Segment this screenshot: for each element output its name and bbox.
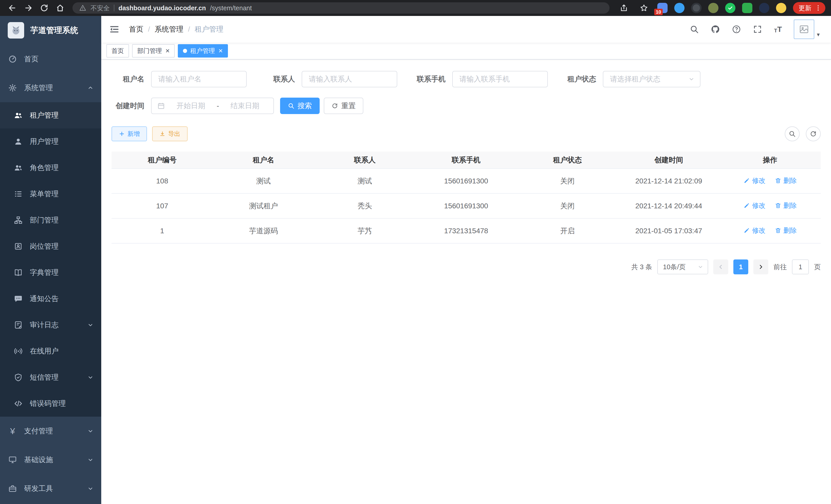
sidebar-item-sms[interactable]: 短信管理: [0, 364, 101, 390]
extension-icon[interactable]: [708, 3, 718, 13]
tab-label: 部门管理: [137, 47, 162, 55]
sidebar-item-system[interactable]: 系统管理: [0, 73, 101, 102]
tab-home[interactable]: 首页: [106, 44, 129, 58]
reset-button[interactable]: 重置: [324, 98, 363, 114]
tab-tenant[interactable]: 租户管理 ×: [178, 44, 228, 58]
github-icon[interactable]: [711, 25, 720, 34]
sidebar-item-post[interactable]: 岗位管理: [0, 233, 101, 260]
search-button[interactable]: 搜索: [280, 98, 320, 114]
tenant-name-input[interactable]: [151, 71, 247, 87]
sidebar-item-dev-tools[interactable]: 研发工具: [0, 474, 101, 503]
page-content: 租户名 联系人 联系手机 租户状态 请选择租户状态: [101, 60, 831, 504]
app-logo-row[interactable]: 芋道管理系统: [0, 16, 101, 45]
download-icon: [159, 131, 166, 137]
sidebar-item-notice[interactable]: 通知公告: [0, 286, 101, 312]
date-range-separator: -: [217, 102, 219, 110]
security-warning-icon: [79, 4, 86, 11]
edit-link[interactable]: 修改: [743, 176, 766, 185]
add-button[interactable]: 新增: [112, 126, 147, 141]
sidebar-item-error-code[interactable]: 错误码管理: [0, 390, 101, 417]
delete-link[interactable]: 删除: [775, 201, 797, 210]
column-header: 租户状态: [517, 152, 618, 169]
sidebar-item-tenant[interactable]: 租户管理: [0, 102, 101, 128]
search-icon[interactable]: [690, 25, 699, 34]
tab-close-icon[interactable]: ×: [166, 47, 170, 55]
font-size-icon[interactable]: TT: [774, 25, 782, 33]
breadcrumb-item[interactable]: 系统管理: [155, 24, 183, 34]
extension-icon[interactable]: [691, 3, 701, 13]
fullscreen-icon[interactable]: [753, 25, 762, 34]
extension-icon[interactable]: [742, 3, 752, 13]
column-header: 创建时间: [618, 152, 719, 169]
sidebar: 芋道管理系统 首页 系统管理: [0, 16, 101, 504]
column-header: 操作: [719, 152, 821, 169]
extension-icon[interactable]: [776, 3, 786, 13]
menu-label: 短信管理: [30, 373, 59, 382]
mobile-input[interactable]: [452, 71, 548, 87]
extension-icon[interactable]: [759, 3, 769, 13]
column-header: 联系人: [314, 152, 416, 169]
log-edit-icon: [13, 321, 23, 329]
sidebar-item-online-users[interactable]: 在线用户: [0, 338, 101, 364]
toggle-search-button[interactable]: [785, 126, 800, 141]
browser-forward-icon[interactable]: [22, 1, 35, 14]
delete-label: 删除: [783, 201, 797, 210]
check-icon: [725, 3, 736, 13]
cell-status: 关闭: [517, 169, 618, 194]
column-header: 联系手机: [416, 152, 517, 169]
browser-back-icon[interactable]: [6, 1, 19, 14]
extension-icon[interactable]: 10: [657, 3, 667, 13]
export-button[interactable]: 导出: [152, 126, 188, 141]
bookmark-star-icon[interactable]: [637, 1, 651, 14]
user-avatar-menu[interactable]: ▾: [794, 20, 820, 39]
edit-link[interactable]: 修改: [743, 201, 766, 210]
page-number-button[interactable]: 1: [733, 260, 748, 274]
menu-label: 字典管理: [30, 268, 59, 277]
app-logo: [8, 22, 24, 38]
address-bar[interactable]: 不安全 dashboard.yudao.iocoder.cn /system/t…: [73, 2, 609, 13]
browser-home-icon[interactable]: [53, 1, 67, 14]
sidebar-toggle-icon[interactable]: [109, 24, 120, 35]
page-size-select[interactable]: 10条/页: [657, 260, 708, 274]
app-title: 芋道管理系统: [30, 25, 78, 36]
sidebar-item-menu-manage[interactable]: 菜单管理: [0, 181, 101, 207]
share-icon[interactable]: [617, 1, 631, 14]
sidebar-item-role[interactable]: 角色管理: [0, 155, 101, 181]
monitor-icon: [8, 455, 18, 464]
help-icon[interactable]: [732, 25, 741, 34]
sidebar-item-home[interactable]: 首页: [0, 45, 101, 73]
sidebar-item-audit-log[interactable]: 审计日志: [0, 312, 101, 338]
date-range-picker[interactable]: 开始日期 - 结束日期: [151, 98, 274, 114]
sidebar-item-payment[interactable]: ¥ 支付管理: [0, 417, 101, 445]
table-row: 1 芋道源码 芋艿 17321315478 开启 2021-01-05 17:0…: [112, 218, 821, 243]
edit-link[interactable]: 修改: [743, 226, 766, 235]
contact-input[interactable]: [302, 71, 397, 87]
browser-update-button[interactable]: 更新: [793, 2, 825, 14]
sidebar-item-infra[interactable]: 基础设施: [0, 445, 101, 474]
extension-badge: 10: [654, 9, 663, 15]
next-page-button[interactable]: [753, 260, 768, 274]
sidebar-item-user[interactable]: 用户管理: [0, 128, 101, 155]
goto-page-input[interactable]: [792, 260, 809, 274]
cell-created: 2021-01-05 17:03:47: [618, 218, 719, 243]
extension-icon[interactable]: [725, 3, 736, 13]
breadcrumb-item[interactable]: 首页: [129, 24, 143, 34]
extension-icon[interactable]: [674, 3, 685, 13]
tab-dept[interactable]: 部门管理 ×: [132, 44, 175, 58]
cell-created: 2021-12-14 20:49:44: [618, 194, 719, 218]
prev-page-button[interactable]: [713, 260, 728, 274]
sidebar-item-dept[interactable]: 部门管理: [0, 207, 101, 233]
refresh-table-button[interactable]: [806, 126, 821, 141]
menu-label: 通知公告: [30, 294, 59, 304]
browser-menu-icon[interactable]: [814, 4, 822, 11]
delete-link[interactable]: 删除: [775, 226, 797, 235]
status-select[interactable]: 请选择租户状态: [603, 71, 700, 87]
tab-close-icon[interactable]: ×: [219, 47, 223, 55]
browser-reload-icon[interactable]: [37, 1, 51, 14]
chevron-down-icon: [697, 264, 704, 270]
mobile-label: 联系手机: [413, 74, 446, 84]
delete-link[interactable]: 删除: [775, 176, 797, 185]
sidebar-item-dict[interactable]: 字典管理: [0, 260, 101, 286]
column-header: 租户编号: [112, 152, 213, 169]
chevron-down-icon: [87, 485, 93, 492]
